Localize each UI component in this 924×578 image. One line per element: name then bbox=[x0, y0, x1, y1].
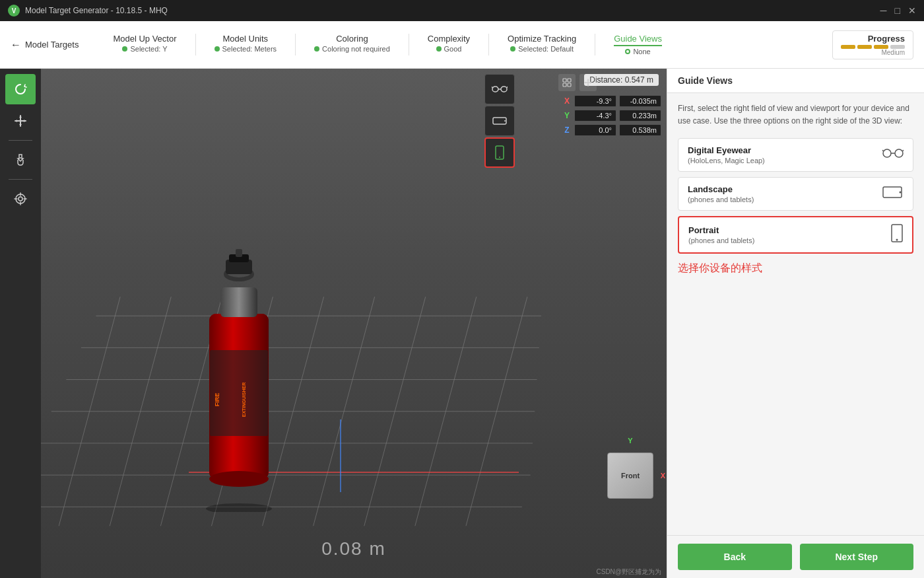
svg-point-45 bbox=[499, 157, 500, 158]
back-to-model-targets[interactable]: ← Model Targets bbox=[11, 39, 79, 51]
panel-header: Guide Views bbox=[667, 69, 924, 93]
status-dot-outline bbox=[625, 49, 630, 54]
app-title: Model Target Generator - 10.18.5 - MHQ bbox=[25, 6, 168, 15]
progress-bar-1 bbox=[841, 45, 855, 49]
step-model-up-vector[interactable]: Model Up Vector Selected: Y bbox=[94, 34, 195, 55]
nav-steps: Model Up Vector Selected: Y Model Units … bbox=[94, 34, 832, 55]
toolbar-separator bbox=[9, 140, 32, 141]
svg-point-0 bbox=[20, 157, 21, 159]
step-guide-views[interactable]: Guide Views None bbox=[595, 34, 680, 55]
svg-rect-47 bbox=[895, 149, 903, 157]
back-arrow-icon: ← bbox=[11, 39, 21, 51]
svg-line-40 bbox=[492, 87, 492, 88]
z-axis-label: Z bbox=[562, 126, 572, 135]
y-transform-row: Y bbox=[562, 110, 661, 122]
panel-intro-text: First, select the right field of view an… bbox=[678, 102, 913, 127]
transform-icon-group bbox=[558, 74, 597, 91]
y-rotation-input[interactable] bbox=[574, 110, 616, 122]
status-dot bbox=[314, 46, 319, 52]
z-transform-row: Z bbox=[562, 124, 661, 136]
svg-line-41 bbox=[507, 87, 508, 88]
svg-rect-51 bbox=[883, 187, 902, 198]
svg-rect-37 bbox=[492, 87, 498, 92]
portrait-view-btn[interactable] bbox=[484, 137, 515, 168]
device-style-note: 选择你设备的样式 bbox=[678, 262, 913, 275]
eyewear-option-icon bbox=[882, 147, 904, 163]
status-dot bbox=[510, 46, 515, 52]
maximize-button[interactable]: □ bbox=[895, 5, 900, 16]
step-optimize-tracking[interactable]: Optimize Tracking Selected: Default bbox=[489, 34, 595, 55]
main-area: FIRE EXTINGUISHER Distance: 0.547 m bbox=[0, 69, 924, 578]
status-dot bbox=[214, 46, 220, 52]
move-tool[interactable] bbox=[5, 106, 36, 136]
landscape-option-icon bbox=[882, 185, 904, 203]
z-rotation-input[interactable] bbox=[574, 124, 616, 136]
view-cube[interactable]: Y Front X bbox=[607, 452, 653, 499]
back-button[interactable]: Back bbox=[678, 544, 792, 570]
x-axis-label: X bbox=[562, 96, 572, 106]
view-mode-panel bbox=[484, 74, 515, 168]
titlebar: V Model Target Generator - 10.18.5 - MHQ… bbox=[0, 0, 924, 21]
portrait-option-icon bbox=[891, 224, 903, 246]
back-label: Model Targets bbox=[25, 40, 79, 50]
x-axis-indicator: X bbox=[661, 472, 665, 480]
left-toolbar bbox=[0, 69, 41, 578]
3d-viewport[interactable]: FIRE EXTINGUISHER Distance: 0.547 m bbox=[41, 69, 667, 578]
landscape-view-btn[interactable] bbox=[484, 106, 515, 136]
step-model-units[interactable]: Model Units Selected: Meters bbox=[196, 34, 296, 55]
svg-point-54 bbox=[896, 239, 898, 241]
panel-footer: Back Next Step bbox=[667, 535, 924, 578]
rotate-icon bbox=[13, 82, 28, 96]
svg-rect-34 bbox=[568, 79, 571, 82]
viewport-background bbox=[41, 69, 667, 578]
move-gizmo-icon[interactable] bbox=[579, 74, 597, 91]
y-axis-indicator: Y bbox=[628, 437, 632, 445]
svg-point-2 bbox=[18, 197, 22, 201]
progress-indicator: Back Progress Medium bbox=[832, 30, 913, 59]
svg-rect-38 bbox=[501, 87, 507, 92]
panel-body: First, select the right field of view an… bbox=[667, 93, 924, 535]
navbar: ← Model Targets Model Up Vector Selected… bbox=[0, 21, 924, 69]
svg-rect-36 bbox=[568, 83, 571, 87]
target-tool[interactable] bbox=[5, 184, 36, 214]
option-digital-eyewear[interactable]: Digital Eyewear (HoloLens, Magic Leap) bbox=[678, 138, 913, 172]
next-step-button[interactable]: Next Step bbox=[800, 544, 914, 570]
option-landscape[interactable]: Landscape (phones and tablets) bbox=[678, 177, 913, 211]
svg-rect-33 bbox=[563, 79, 566, 82]
svg-rect-35 bbox=[563, 83, 566, 87]
svg-point-52 bbox=[900, 192, 902, 194]
right-panel: Guide Views First, select the right fiel… bbox=[667, 69, 924, 578]
pan-tool[interactable] bbox=[5, 145, 36, 175]
watermark: CSDN@野区捕龙为为 bbox=[597, 567, 662, 577]
z-position-input[interactable] bbox=[619, 124, 661, 136]
status-dot bbox=[122, 46, 127, 52]
y-position-input[interactable] bbox=[619, 110, 661, 122]
x-rotation-input[interactable] bbox=[574, 95, 616, 107]
reset-view-icon[interactable] bbox=[558, 74, 576, 91]
target-icon bbox=[13, 192, 28, 206]
svg-rect-46 bbox=[883, 149, 891, 157]
x-position-input[interactable] bbox=[619, 95, 661, 107]
status-dot bbox=[436, 46, 442, 52]
y-axis-label: Y bbox=[562, 111, 572, 120]
step-coloring[interactable]: Coloring Coloring not required bbox=[296, 34, 409, 55]
eyewear-view-btn[interactable] bbox=[484, 74, 515, 104]
progress-bar-2 bbox=[857, 45, 872, 49]
move-icon bbox=[13, 114, 28, 128]
step-complexity[interactable]: Complexity Good bbox=[409, 34, 489, 55]
svg-point-43 bbox=[504, 120, 506, 122]
svg-line-49 bbox=[882, 150, 883, 151]
cube-face-front[interactable]: Front bbox=[607, 452, 653, 499]
toolbar-separator-2 bbox=[9, 179, 32, 180]
x-transform-row: X bbox=[562, 95, 661, 107]
scale-label: 0.08 m bbox=[321, 538, 386, 560]
transform-controls: X Y Z bbox=[562, 95, 661, 136]
close-button[interactable]: ✕ bbox=[908, 5, 916, 16]
svg-line-50 bbox=[903, 150, 904, 151]
option-portrait[interactable]: Portrait (phones and tablets) bbox=[678, 216, 913, 254]
app-logo: V bbox=[8, 5, 20, 17]
pan-icon bbox=[13, 153, 28, 167]
rotate-tool[interactable] bbox=[5, 74, 36, 104]
minimize-button[interactable]: ─ bbox=[880, 5, 887, 16]
